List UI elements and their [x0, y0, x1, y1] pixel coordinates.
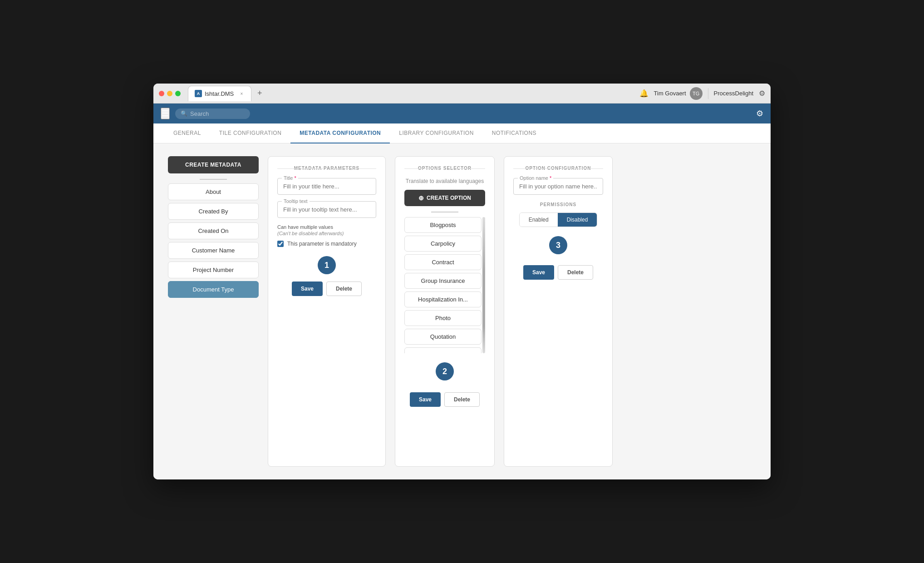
- main-content: CREATE METADATA About Created By Created…: [153, 143, 771, 479]
- traffic-lights: [159, 91, 181, 96]
- browser-tab[interactable]: A Ishtar.DMS ×: [188, 86, 251, 101]
- avatar: TG: [690, 87, 703, 100]
- title-field-group: Title: [277, 178, 376, 195]
- browser-window: A Ishtar.DMS × + 🔔 Tim Govaert TG Proces…: [153, 84, 771, 479]
- options-selector-panel: OPTIONS SELECTOR Translate to available …: [395, 156, 495, 467]
- mandatory-label: This parameter is mandatory: [287, 241, 357, 247]
- option-config-delete-button[interactable]: Delete: [558, 265, 593, 280]
- browser-settings-icon[interactable]: ⚙: [759, 89, 765, 98]
- search-input[interactable]: [190, 110, 245, 117]
- options-list-wrapper: Blogposts Carpolicy Contract Group Insur…: [404, 217, 485, 353]
- metadata-params-delete-button[interactable]: Delete: [326, 282, 362, 296]
- create-option-button[interactable]: ⊕ CREATE OPTION: [404, 190, 485, 206]
- step-2-badge: 2: [436, 362, 454, 380]
- user-name: Tim Govaert: [654, 90, 686, 97]
- option-blogposts[interactable]: Blogposts: [404, 217, 482, 233]
- app-settings-icon[interactable]: ⚙: [756, 109, 763, 119]
- tab-notifications[interactable]: NOTIFICATIONS: [483, 123, 546, 143]
- search-box: 🔍: [175, 109, 250, 119]
- tab-title: Ishtar.DMS: [205, 90, 234, 97]
- tab-general[interactable]: GENERAL: [164, 123, 210, 143]
- option-video[interactable]: Video: [404, 347, 482, 353]
- brand-name: ProcessDelight: [714, 90, 753, 97]
- option-quotation[interactable]: Quotation: [404, 329, 482, 345]
- multiple-values-label: Can have multiple values: [277, 224, 376, 230]
- tab-favicon: A: [195, 90, 202, 97]
- metadata-params-panel: METADATA PARAMETERS Title Tooltip text C…: [268, 156, 386, 467]
- metadata-params-save-button[interactable]: Save: [292, 282, 323, 296]
- options-selector-title: OPTIONS SELECTOR: [404, 166, 485, 171]
- panels-container: METADATA PARAMETERS Title Tooltip text C…: [268, 156, 756, 467]
- browser-titlebar: A Ishtar.DMS × + 🔔 Tim Govaert TG Proces…: [153, 84, 771, 104]
- metadata-item-project-number[interactable]: Project Number: [168, 262, 259, 278]
- permissions-label: PERMISSIONS: [513, 202, 603, 207]
- option-config-btn-row: Save Delete: [513, 265, 603, 280]
- options-separator: [431, 212, 458, 212]
- step-1-badge: 1: [318, 256, 336, 274]
- maximize-traffic-light[interactable]: [175, 91, 181, 96]
- hamburger-button[interactable]: ☰: [161, 108, 170, 119]
- metadata-params-title: METADATA PARAMETERS: [277, 166, 376, 171]
- metadata-params-btn-row: Save Delete: [277, 282, 376, 296]
- separator: [200, 179, 227, 180]
- mandatory-checkbox-row: This parameter is mandatory: [277, 241, 376, 247]
- minimize-traffic-light[interactable]: [167, 91, 172, 96]
- multiple-values-group: Can have multiple values (Can't be disab…: [277, 224, 376, 236]
- permissions-toggle: Enabled Disabled: [519, 212, 598, 227]
- options-selector-btn-row: Save Delete: [404, 392, 485, 407]
- option-config-panel: OPTION CONFIGURATION Option name PERMISS…: [504, 156, 613, 467]
- disabled-button[interactable]: Disabled: [558, 213, 597, 227]
- metadata-item-document-type[interactable]: Document Type: [168, 281, 259, 298]
- option-name-field-group: Option name: [513, 178, 603, 195]
- search-icon: 🔍: [181, 110, 187, 117]
- option-carpolicy[interactable]: Carpolicy: [404, 236, 482, 252]
- enabled-button[interactable]: Enabled: [520, 213, 558, 227]
- tooltip-field-group: Tooltip text: [277, 201, 376, 218]
- option-name-label: Option name: [518, 175, 553, 181]
- tooltip-label: Tooltip text: [282, 198, 310, 204]
- metadata-item-created-on[interactable]: Created On: [168, 222, 259, 239]
- metadata-item-customer-name[interactable]: Customer Name: [168, 242, 259, 259]
- metadata-item-about[interactable]: About: [168, 183, 259, 200]
- divider: [708, 88, 708, 99]
- browser-nav-right: 🔔 Tim Govaert TG ProcessDelight ⚙: [639, 87, 765, 100]
- new-tab-button[interactable]: +: [253, 87, 266, 100]
- tab-library-configuration[interactable]: LIBRARY CONFIGURATION: [390, 123, 483, 143]
- nav-tabs: GENERAL TILE CONFIGURATION METADATA CONF…: [153, 123, 771, 143]
- options-list: Blogposts Carpolicy Contract Group Insur…: [404, 217, 485, 353]
- tab-tile-configuration[interactable]: TILE CONFIGURATION: [210, 123, 290, 143]
- create-metadata-button[interactable]: CREATE METADATA: [168, 156, 259, 173]
- step-3-badge: 3: [549, 236, 567, 254]
- options-delete-button[interactable]: Delete: [444, 392, 480, 407]
- mandatory-checkbox[interactable]: [277, 241, 284, 247]
- user-info: Tim Govaert TG: [654, 87, 703, 100]
- create-option-label: CREATE OPTION: [427, 195, 471, 201]
- tab-bar: A Ishtar.DMS × +: [188, 86, 636, 101]
- left-panel: CREATE METADATA About Created By Created…: [168, 156, 259, 467]
- notification-bell-icon[interactable]: 🔔: [639, 89, 649, 98]
- tab-close-button[interactable]: ×: [238, 90, 245, 97]
- translate-text: Translate to available languages: [404, 178, 485, 184]
- app-header: ☰ 🔍 ⚙: [153, 104, 771, 123]
- option-contract[interactable]: Contract: [404, 254, 482, 270]
- app-header-right: ⚙: [756, 109, 763, 119]
- title-label: Title: [282, 175, 298, 181]
- option-config-title: OPTION CONFIGURATION: [513, 166, 603, 171]
- close-traffic-light[interactable]: [159, 91, 164, 96]
- option-group-insurance[interactable]: Group Insurance: [404, 273, 482, 289]
- tab-metadata-configuration[interactable]: METADATA CONFIGURATION: [290, 123, 390, 143]
- cant-disable-label: (Can't be disabled afterwards): [277, 231, 376, 236]
- option-hospitalization[interactable]: Hospitalization In...: [404, 291, 482, 307]
- plus-circle-icon: ⊕: [418, 194, 424, 202]
- option-photo[interactable]: Photo: [404, 310, 482, 326]
- options-save-button[interactable]: Save: [410, 392, 441, 407]
- metadata-item-created-by[interactable]: Created By: [168, 203, 259, 220]
- option-config-save-button[interactable]: Save: [523, 265, 554, 280]
